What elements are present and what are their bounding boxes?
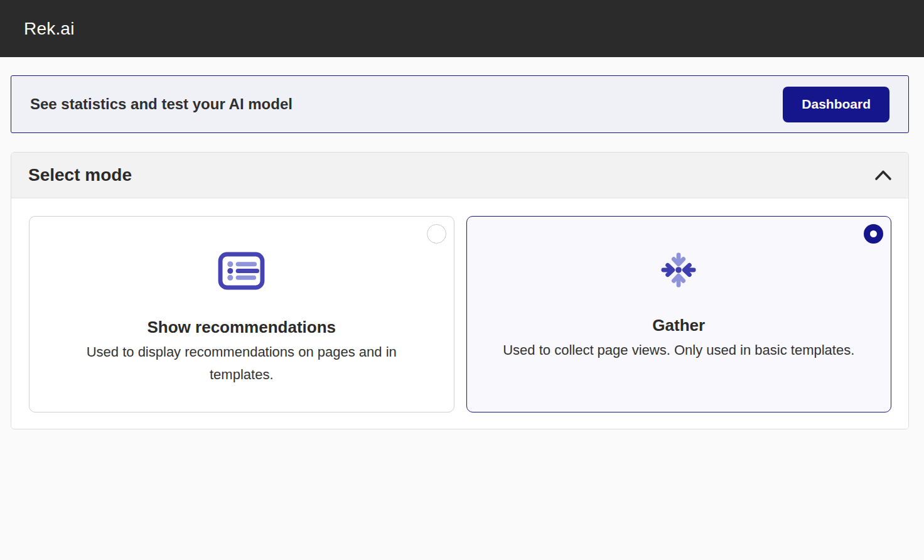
select-mode-header[interactable]: Select mode	[11, 153, 908, 198]
option-card-show-recommendations[interactable]: Show recommendations Used to display rec…	[29, 216, 454, 412]
select-mode-options: Show recommendations Used to display rec…	[11, 198, 908, 429]
radio-unselected[interactable]	[427, 224, 446, 244]
brand-logo[interactable]: Rek.ai	[24, 19, 75, 39]
select-mode-title: Select mode	[28, 165, 132, 185]
select-mode-panel: Select mode	[11, 152, 909, 429]
main-content: See statistics and test your AI model Da…	[0, 75, 924, 429]
option-title: Gather	[492, 316, 866, 335]
radio-selected[interactable]	[864, 224, 883, 244]
option-description: Used to display recommendations on pages…	[56, 341, 427, 386]
stats-banner: See statistics and test your AI model Da…	[11, 75, 909, 133]
converge-arrows-icon	[660, 252, 697, 288]
option-title: Show recommendations	[55, 318, 429, 337]
list-icon	[218, 252, 265, 290]
chevron-up-icon[interactable]	[873, 168, 893, 182]
banner-message: See statistics and test your AI model	[30, 95, 293, 113]
option-card-gather[interactable]: Gather Used to collect page views. Only …	[466, 216, 892, 412]
app-header: Rek.ai	[0, 0, 924, 57]
dashboard-button[interactable]: Dashboard	[783, 87, 889, 122]
option-description: Used to collect page views. Only used in…	[493, 339, 864, 362]
